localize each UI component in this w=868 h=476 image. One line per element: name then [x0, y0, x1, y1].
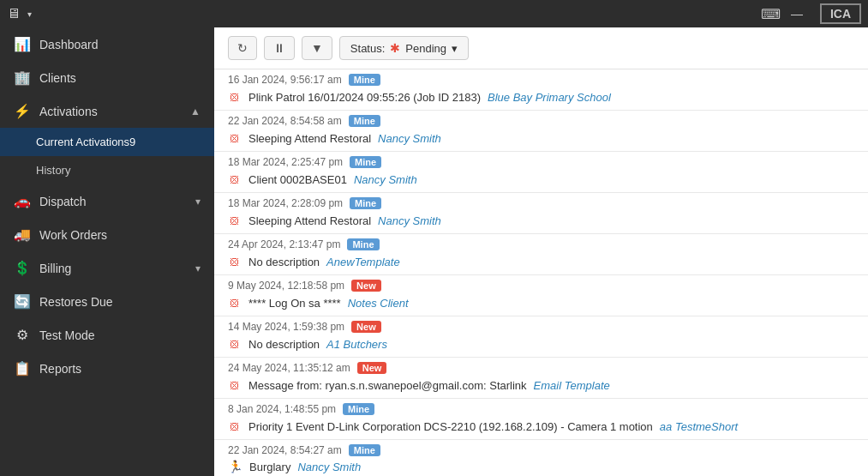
sidebar-item-activations[interactable]: ⚡ Activations ▲: [0, 94, 214, 128]
dropdown-icon[interactable]: ▾: [27, 9, 32, 19]
event-time-row: 18 Mar 2024, 2:28:09 pmMine: [214, 193, 868, 211]
event-group[interactable]: 14 May 2024, 1:59:38 pmNew⦻No descriptio…: [214, 316, 868, 358]
keyboard-icon[interactable]: ⌨: [761, 6, 781, 22]
dispatch-icon: 🚗: [14, 193, 31, 209]
sidebar-item-label: Activations: [39, 105, 98, 118]
event-time-row: 14 May 2024, 1:59:38 pmNew: [214, 316, 868, 334]
sidebar-item-history[interactable]: History: [0, 156, 214, 184]
event-group[interactable]: 22 Jan 2024, 8:54:58 amMine⦻Sleeping Att…: [214, 111, 868, 152]
cancel-icon: ⦻: [228, 254, 242, 269]
main-panel: ↻ ⏸ ▼ Status: ✱ Pending ▾ 16 Jan 2024, 9…: [214, 27, 868, 476]
event-link[interactable]: Blue Bay Primary School: [488, 91, 611, 104]
billing-icon: 💲: [14, 260, 31, 276]
event-detail-row: ⦻Client 0002BASE01 Nancy Smith: [214, 170, 868, 192]
sidebar-item-label: Restores Due: [39, 295, 113, 309]
event-detail-row: ⦻Priority 1 Event D-Link Corporation DCS…: [214, 417, 868, 439]
event-link[interactable]: AnewTemplate: [326, 256, 400, 268]
sidebar-item-label: Billing: [39, 262, 71, 275]
event-time: 18 Mar 2024, 2:25:47 pm: [228, 156, 343, 168]
event-badge: Mine: [350, 197, 381, 209]
event-time-row: 9 May 2024, 12:18:58 pmNew: [214, 275, 868, 293]
chevron-up-icon: ▲: [190, 105, 201, 117]
event-time-row: 8 Jan 2024, 1:48:55 pmMine: [214, 399, 868, 417]
cancel-icon: ⦻: [228, 336, 242, 352]
event-badge: New: [357, 362, 387, 374]
event-group[interactable]: 24 Apr 2024, 2:13:47 pmMine⦻No descripti…: [214, 234, 868, 275]
event-detail-row: ⦻Plink Patrol 16/01/2024 09:55:26 (Job I…: [214, 87, 868, 110]
event-time-row: 24 May 2024, 11:35:12 amNew: [214, 358, 868, 376]
sidebar-item-reports[interactable]: 📋 Reports: [0, 352, 214, 385]
clients-icon: 🏢: [14, 69, 31, 86]
sidebar-item-current-activations[interactable]: Current Activations 9: [0, 128, 214, 156]
sidebar-item-dispatch[interactable]: 🚗 Dispatch ▾: [0, 184, 214, 218]
sidebar-item-restores-due[interactable]: 🔄 Restores Due: [0, 285, 214, 318]
event-badge: New: [351, 321, 381, 333]
event-detail-row: ⦻No description AnewTemplate: [214, 252, 868, 274]
event-link[interactable]: Notes Client: [348, 297, 409, 310]
reports-icon: 📋: [14, 360, 31, 377]
toolbar: ↻ ⏸ ▼ Status: ✱ Pending ▾: [214, 27, 868, 69]
dropdown-arrow-icon: ▾: [452, 42, 458, 55]
sidebar-item-label: Test Mode: [39, 328, 95, 342]
status-value: Pending: [405, 42, 446, 55]
refresh-button[interactable]: ↻: [228, 36, 257, 60]
event-text: No description: [248, 256, 320, 268]
event-time: 22 Jan 2024, 8:54:58 am: [228, 115, 342, 127]
pause-button[interactable]: ⏸: [264, 36, 295, 60]
current-activations-label: Current Activations: [36, 136, 129, 148]
event-link[interactable]: Nancy Smith: [297, 461, 361, 473]
cancel-icon: ⦻: [228, 213, 242, 228]
cancel-icon: ⦻: [228, 377, 242, 393]
filter-button[interactable]: ▼: [302, 36, 332, 60]
event-time-row: 16 Jan 2024, 9:56:17 amMine: [214, 69, 868, 87]
event-group[interactable]: 8 Jan 2024, 1:48:55 pmMine⦻Priority 1 Ev…: [214, 399, 868, 440]
filter-icon: ▼: [311, 41, 323, 55]
event-group[interactable]: 22 Jan 2024, 8:54:27 amMine🏃Burglary Nan…: [214, 440, 868, 476]
event-time: 18 Mar 2024, 2:28:09 pm: [228, 197, 343, 209]
event-badge: Mine: [349, 444, 380, 456]
app-body: 📊 Dashboard 🏢 Clients ⚡ Activations ▲ Cu…: [0, 27, 868, 476]
event-group[interactable]: 18 Mar 2024, 2:25:47 pmMine⦻Client 0002B…: [214, 152, 868, 193]
event-time: 8 Jan 2024, 1:48:55 pm: [228, 403, 336, 415]
work-orders-icon: 🚚: [14, 226, 31, 243]
event-link[interactable]: Nancy Smith: [378, 132, 441, 145]
sidebar-item-clients[interactable]: 🏢 Clients: [0, 61, 214, 94]
event-time: 14 May 2024, 1:59:38 pm: [228, 321, 344, 333]
event-detail-row: ⦻**** Log On sa **** Notes Client: [214, 293, 868, 316]
event-text: Plink Patrol 16/01/2024 09:55:26 (Job ID…: [248, 91, 481, 104]
event-text: Message from: ryan.s.n.swanepoel@gmail.c…: [248, 379, 527, 392]
sidebar-item-billing[interactable]: 💲 Billing ▾: [0, 251, 214, 285]
event-link[interactable]: A1 Butchers: [326, 338, 387, 351]
monitor-icon[interactable]: 🖥: [7, 6, 21, 21]
event-group[interactable]: 16 Jan 2024, 9:56:17 amMine⦻Plink Patrol…: [214, 69, 868, 111]
event-group[interactable]: 24 May 2024, 11:35:12 amNew⦻Message from…: [214, 358, 868, 399]
sidebar-item-dashboard[interactable]: 📊 Dashboard: [0, 27, 214, 61]
app-logo: ICA: [820, 3, 861, 24]
activations-badge: 9: [129, 136, 135, 148]
cancel-icon: ⦻: [228, 89, 242, 105]
minimize-button[interactable]: —: [787, 7, 806, 21]
event-detail-row: 🏃Burglary Nancy Smith: [214, 458, 868, 476]
event-text: Client 0002BASE01: [248, 173, 347, 186]
event-group[interactable]: 18 Mar 2024, 2:28:09 pmMine⦻Sleeping Att…: [214, 193, 868, 234]
sidebar-item-test-mode[interactable]: ⚙ Test Mode: [0, 318, 214, 352]
status-dropdown[interactable]: Status: ✱ Pending ▾: [339, 36, 469, 60]
event-badge: Mine: [347, 238, 379, 250]
event-group[interactable]: 9 May 2024, 12:18:58 pmNew⦻**** Log On s…: [214, 275, 868, 316]
event-time-row: 18 Mar 2024, 2:25:47 pmMine: [214, 152, 868, 170]
event-link[interactable]: Email Template: [534, 379, 610, 392]
event-time: 24 Apr 2024, 2:13:47 pm: [228, 238, 340, 250]
cancel-icon: ⦻: [228, 172, 242, 187]
event-detail-row: ⦻Sleeping Attend Restoral Nancy Smith: [214, 129, 868, 151]
chevron-down-icon: ▾: [195, 196, 201, 208]
event-link[interactable]: Nancy Smith: [354, 173, 417, 186]
sidebar-item-work-orders[interactable]: 🚚 Work Orders: [0, 218, 214, 251]
sidebar-item-label: Work Orders: [39, 228, 107, 242]
activations-icon: ⚡: [14, 103, 31, 119]
event-detail-row: ⦻Sleeping Attend Restoral Nancy Smith: [214, 211, 868, 233]
event-text: Sleeping Attend Restoral: [248, 132, 371, 145]
top-bar: 🖥 ▾ ⌨ — ICA: [0, 0, 868, 27]
event-badge: Mine: [343, 403, 374, 415]
event-link[interactable]: aa TestmeShort: [660, 420, 738, 433]
event-link[interactable]: Nancy Smith: [378, 214, 441, 227]
